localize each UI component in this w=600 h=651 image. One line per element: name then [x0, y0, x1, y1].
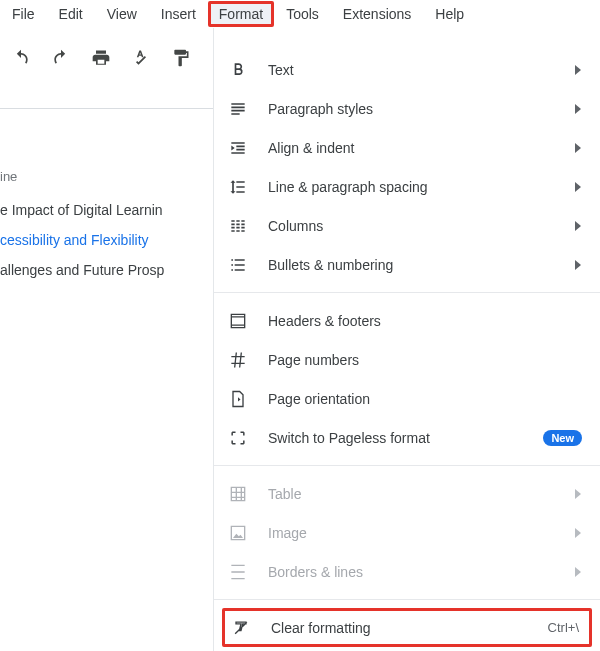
menu-item-columns[interactable]: Columns [214, 206, 600, 245]
submenu-arrow-icon [574, 489, 582, 499]
redo-icon[interactable] [50, 47, 72, 69]
menu-item-paragraph-styles[interactable]: Paragraph styles [214, 89, 600, 128]
spellcheck-icon[interactable] [130, 47, 152, 69]
print-icon[interactable] [90, 47, 112, 69]
menu-item-switch-pageless[interactable]: Switch to Pageless format New [214, 418, 600, 457]
menu-separator [214, 465, 600, 466]
menu-insert[interactable]: Insert [149, 0, 208, 28]
menu-item-label: Align & indent [268, 140, 574, 156]
menu-bar: File Edit View Insert Format Tools Exten… [0, 0, 600, 28]
menu-extensions[interactable]: Extensions [331, 0, 423, 28]
new-badge: New [543, 430, 582, 446]
menu-edit[interactable]: Edit [47, 0, 95, 28]
submenu-arrow-icon [574, 104, 582, 114]
menu-item-label: Clear formatting [271, 620, 540, 636]
menu-item-label: Page orientation [268, 391, 582, 407]
clear-formatting-icon [229, 616, 253, 640]
menu-tools[interactable]: Tools [274, 0, 331, 28]
table-icon [226, 482, 250, 506]
menu-file[interactable]: File [0, 0, 47, 28]
menu-item-label: Switch to Pageless format [268, 430, 535, 446]
align-indent-icon [226, 136, 250, 160]
menu-item-label: Borders & lines [268, 564, 574, 580]
line-spacing-icon [226, 175, 250, 199]
menu-item-image: Image [214, 513, 600, 552]
submenu-arrow-icon [574, 65, 582, 75]
menu-item-page-orientation[interactable]: Page orientation [214, 379, 600, 418]
menu-item-align-indent[interactable]: Align & indent [214, 128, 600, 167]
shortcut-label: Ctrl+\ [548, 620, 579, 635]
menu-item-label: Image [268, 525, 574, 541]
menu-item-borders-lines: Borders & lines [214, 552, 600, 591]
bold-icon [226, 58, 250, 82]
format-menu-dropdown: Text Paragraph styles Align & indent Lin… [213, 28, 600, 651]
menu-item-label: Bullets & numbering [268, 257, 574, 273]
menu-item-headers-footers[interactable]: Headers & footers [214, 301, 600, 340]
menu-item-line-spacing[interactable]: Line & paragraph spacing [214, 167, 600, 206]
undo-icon[interactable] [10, 47, 32, 69]
paint-format-icon[interactable] [170, 47, 192, 69]
borders-lines-icon [226, 560, 250, 584]
menu-item-label: Text [268, 62, 574, 78]
pageless-icon [226, 426, 250, 450]
submenu-arrow-icon [574, 260, 582, 270]
menu-item-bullets-numbering[interactable]: Bullets & numbering [214, 245, 600, 284]
menu-item-label: Line & paragraph spacing [268, 179, 574, 195]
columns-icon [226, 214, 250, 238]
headers-footers-icon [226, 309, 250, 333]
menu-item-label: Columns [268, 218, 574, 234]
menu-item-clear-formatting[interactable]: Clear formatting Ctrl+\ [222, 608, 592, 647]
menu-item-text[interactable]: Text [214, 50, 600, 89]
submenu-arrow-icon [574, 182, 582, 192]
page-orientation-icon [226, 387, 250, 411]
submenu-arrow-icon [574, 528, 582, 538]
menu-item-label: Page numbers [268, 352, 582, 368]
menu-separator [214, 292, 600, 293]
menu-help[interactable]: Help [423, 0, 476, 28]
submenu-arrow-icon [574, 567, 582, 577]
submenu-arrow-icon [574, 143, 582, 153]
image-icon [226, 521, 250, 545]
menu-item-label: Headers & footers [268, 313, 582, 329]
menu-item-page-numbers[interactable]: Page numbers [214, 340, 600, 379]
menu-item-label: Table [268, 486, 574, 502]
menu-format[interactable]: Format [208, 1, 274, 27]
menu-separator [214, 599, 600, 600]
menu-view[interactable]: View [95, 0, 149, 28]
menu-item-label: Paragraph styles [268, 101, 574, 117]
bullets-numbering-icon [226, 253, 250, 277]
submenu-arrow-icon [574, 221, 582, 231]
menu-item-table: Table [214, 474, 600, 513]
paragraph-styles-icon [226, 97, 250, 121]
page-numbers-icon [226, 348, 250, 372]
